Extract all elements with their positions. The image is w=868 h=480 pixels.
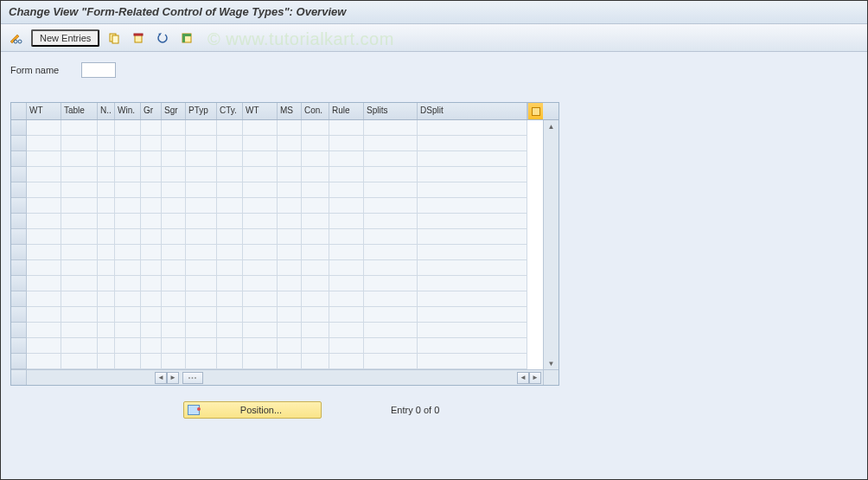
column-header-ptyp[interactable]: PTyp — [186, 103, 217, 119]
cell-wt1[interactable] — [27, 260, 61, 276]
cell-gr[interactable] — [141, 120, 162, 136]
cell-rule[interactable] — [329, 120, 364, 136]
scroll-right-end-icon[interactable]: ► — [529, 372, 541, 384]
cell-tbl[interactable] — [61, 214, 98, 229]
cell-cty[interactable] — [217, 182, 243, 198]
cell-splt[interactable] — [364, 229, 418, 245]
cell-ms[interactable] — [278, 323, 302, 338]
cell-con[interactable] — [302, 214, 329, 229]
cell-tbl[interactable] — [61, 245, 98, 260]
table-row[interactable] — [11, 354, 543, 369]
cell-con[interactable] — [302, 120, 329, 136]
cell-wt1[interactable] — [27, 167, 61, 182]
column-header-ms[interactable]: MS — [278, 103, 302, 119]
cell-gr[interactable] — [141, 167, 162, 182]
cell-rule[interactable] — [329, 276, 364, 291]
cell-win[interactable] — [115, 120, 141, 136]
row-selector[interactable] — [11, 307, 27, 323]
cell-tbl[interactable] — [61, 182, 98, 198]
row-selector[interactable] — [11, 214, 27, 229]
cell-gr[interactable] — [141, 291, 162, 307]
cell-tbl[interactable] — [61, 323, 98, 338]
cell-dspl[interactable] — [418, 245, 527, 260]
row-selector[interactable] — [11, 167, 27, 182]
cell-n[interactable] — [98, 229, 115, 245]
cell-cty[interactable] — [217, 291, 243, 307]
column-header-rule[interactable]: Rule — [329, 103, 364, 119]
column-header-n[interactable]: N.. — [98, 103, 115, 119]
cell-ptyp[interactable] — [186, 229, 217, 245]
cell-n[interactable] — [98, 214, 115, 229]
row-selector[interactable] — [11, 291, 27, 307]
cell-wt2[interactable] — [243, 198, 278, 214]
cell-wt1[interactable] — [27, 120, 61, 136]
row-selector[interactable] — [11, 323, 27, 338]
cell-gr[interactable] — [141, 338, 162, 354]
cell-dspl[interactable] — [418, 307, 527, 323]
cell-win[interactable] — [115, 151, 141, 167]
cell-ms[interactable] — [278, 136, 302, 151]
cell-n[interactable] — [98, 182, 115, 198]
cell-dspl[interactable] — [418, 151, 527, 167]
cell-dspl[interactable] — [418, 229, 527, 245]
cell-wt2[interactable] — [243, 323, 278, 338]
cell-cty[interactable] — [217, 276, 243, 291]
cell-n[interactable] — [98, 291, 115, 307]
position-button[interactable]: Position... — [183, 401, 322, 419]
cell-wt1[interactable] — [27, 151, 61, 167]
column-header-win[interactable]: Win. — [115, 103, 141, 119]
cell-splt[interactable] — [364, 136, 418, 151]
cell-rule[interactable] — [329, 291, 364, 307]
cell-sgr[interactable] — [162, 354, 186, 369]
cell-rule[interactable] — [329, 354, 364, 369]
column-header-dspl[interactable]: DSplit — [418, 103, 527, 119]
column-header-gr[interactable]: Gr — [141, 103, 162, 119]
cell-con[interactable] — [302, 198, 329, 214]
cell-gr[interactable] — [141, 323, 162, 338]
cell-gr[interactable] — [141, 229, 162, 245]
cell-splt[interactable] — [364, 323, 418, 338]
cell-splt[interactable] — [364, 307, 418, 323]
cell-tbl[interactable] — [61, 354, 98, 369]
cell-rule[interactable] — [329, 182, 364, 198]
cell-wt2[interactable] — [243, 167, 278, 182]
cell-ms[interactable] — [278, 214, 302, 229]
row-selector[interactable] — [11, 229, 27, 245]
cell-win[interactable] — [115, 245, 141, 260]
cell-dspl[interactable] — [418, 338, 527, 354]
cell-n[interactable] — [98, 167, 115, 182]
table-row[interactable] — [11, 151, 543, 167]
cell-wt1[interactable] — [27, 136, 61, 151]
cell-ptyp[interactable] — [186, 323, 217, 338]
cell-wt2[interactable] — [243, 182, 278, 198]
cell-splt[interactable] — [364, 291, 418, 307]
cell-wt1[interactable] — [27, 214, 61, 229]
cell-con[interactable] — [302, 182, 329, 198]
cell-dspl[interactable] — [418, 323, 527, 338]
cell-sgr[interactable] — [162, 167, 186, 182]
cell-tbl[interactable] — [61, 276, 98, 291]
cell-sgr[interactable] — [162, 276, 186, 291]
cell-wt1[interactable] — [27, 245, 61, 260]
cell-win[interactable] — [115, 229, 141, 245]
cell-ptyp[interactable] — [186, 214, 217, 229]
cell-cty[interactable] — [217, 198, 243, 214]
cell-win[interactable] — [115, 323, 141, 338]
cell-wt2[interactable] — [243, 120, 278, 136]
form-name-input[interactable] — [81, 62, 116, 78]
cell-n[interactable] — [98, 307, 115, 323]
cell-ptyp[interactable] — [186, 291, 217, 307]
change-display-button[interactable] — [7, 29, 26, 47]
cell-win[interactable] — [115, 198, 141, 214]
cell-splt[interactable] — [364, 260, 418, 276]
vertical-scrollbar[interactable]: ▲ ▼ — [543, 120, 558, 369]
row-selector[interactable] — [11, 260, 27, 276]
column-header-sgr[interactable]: Sgr — [162, 103, 186, 119]
cell-gr[interactable] — [141, 151, 162, 167]
cell-rule[interactable] — [329, 167, 364, 182]
cell-gr[interactable] — [141, 307, 162, 323]
cell-n[interactable] — [98, 151, 115, 167]
cell-ptyp[interactable] — [186, 354, 217, 369]
cell-wt1[interactable] — [27, 307, 61, 323]
row-selector[interactable] — [11, 338, 27, 354]
